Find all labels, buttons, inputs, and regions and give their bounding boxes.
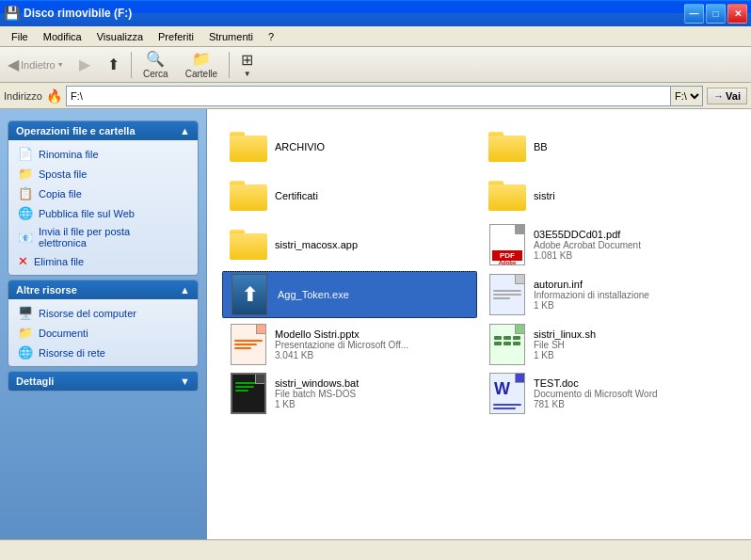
address-dropdown[interactable]: F:\: [670, 86, 703, 106]
file-item-sistri-macosx[interactable]: sistri_macosx.app: [222, 222, 477, 267]
file-item-pdf1[interactable]: PDF Adobe 03E55DDCd01.pdf Adobe Acrobat …: [481, 222, 736, 267]
menu-strumenti[interactable]: Strumenti: [201, 29, 261, 44]
file-info-sistri-linux: sistri_linux.sh File SH 1 KB: [534, 328, 596, 360]
left-panel: Operazioni file e cartella ▲ 📄 Rinomina …: [0, 109, 207, 539]
computer-label: Risorse del computer: [39, 308, 136, 319]
file-name-modello: Modello Sistri.pptx: [275, 328, 408, 340]
maximize-button[interactable]: □: [706, 4, 726, 24]
forward-arrow-icon: ▶: [79, 56, 90, 73]
file-item-autorun[interactable]: autorun.inf Informazioni di installazion…: [481, 271, 736, 318]
panel-dettagli-header[interactable]: Dettagli ▼: [8, 372, 198, 391]
file-item-archivio[interactable]: ARCHIVIO: [222, 124, 477, 169]
link-rete[interactable]: 🌐 Risorse di rete: [8, 343, 198, 362]
pubblica-label: Pubblica file sul Web: [39, 208, 135, 219]
file-info-pdf1: 03E55DDCd01.pdf Adobe Acrobat Document 1…: [534, 229, 641, 261]
link-copia[interactable]: 📋 Copia file: [8, 184, 198, 203]
copia-label: Copia file: [39, 188, 82, 200]
file-detail-modello: Presentazione di Microsoft Off...: [275, 340, 408, 350]
file-item-agg-token[interactable]: ⬆ Agg_Token.exe: [222, 271, 477, 318]
pubblica-icon: 🌐: [18, 206, 33, 220]
folder-icon-sistri: [488, 177, 526, 215]
file-item-test-doc[interactable]: W TEST.doc Documento di Microsoft Word 7…: [481, 371, 736, 416]
views-button[interactable]: ⊞ ▼: [233, 49, 261, 81]
file-item-certificati[interactable]: Certificati: [222, 173, 477, 218]
main-area: Operazioni file e cartella ▲ 📄 Rinomina …: [0, 109, 751, 539]
menu-preferiti[interactable]: Preferiti: [151, 29, 201, 44]
toolbar-separator-2: [229, 52, 230, 78]
file-info-archivio: ARCHIVIO: [275, 141, 325, 152]
go-button[interactable]: → Vai: [707, 88, 747, 104]
file-size-autorun: 1 KB: [534, 300, 649, 311]
link-elimina[interactable]: ✕ Elimina file: [8, 251, 198, 271]
file-name-autorun: autorun.inf: [534, 279, 649, 290]
file-info-bb: BB: [534, 141, 548, 152]
folders-icon: 📁: [192, 50, 211, 68]
back-button[interactable]: ◀ Indietro ▼: [4, 54, 70, 75]
documenti-label: Documenti: [39, 328, 88, 339]
file-item-sistri[interactable]: sistri: [481, 173, 736, 218]
file-info-modello: Modello Sistri.pptx Presentazione di Mic…: [275, 328, 408, 360]
toolbar-separator-1: [131, 52, 132, 78]
link-computer[interactable]: 🖥️ Risorse del computer: [8, 303, 198, 323]
close-button[interactable]: ✕: [727, 4, 747, 24]
menu-modifica[interactable]: Modifica: [36, 29, 89, 44]
panel-operazioni: Operazioni file e cartella ▲ 📄 Rinomina …: [8, 120, 199, 276]
up-button[interactable]: ⬆: [100, 54, 127, 75]
panel-dettagli-title: Dettagli: [16, 376, 54, 387]
link-rinomina[interactable]: 📄 Rinomina file: [8, 144, 198, 164]
file-info-certificati: Certificati: [275, 190, 318, 201]
address-value: F:\: [71, 90, 83, 102]
sposta-icon: 📁: [18, 167, 33, 181]
window-title: Disco rimovibile (F:): [24, 7, 684, 20]
file-name-bb: BB: [534, 141, 548, 152]
panel-altre-title: Altre risorse: [16, 284, 77, 296]
invia-label: Invia il file per postaelettronica: [39, 226, 130, 248]
file-item-modello[interactable]: Modello Sistri.pptx Presentazione di Mic…: [222, 322, 477, 367]
menu-visualizza[interactable]: Visualizza: [89, 29, 151, 44]
folder-icon-bb: [488, 128, 526, 166]
file-item-sistri-windows[interactable]: sistri_windows.bat File batch MS-DOS 1 K…: [222, 371, 477, 416]
link-documenti[interactable]: 📁 Documenti: [8, 323, 198, 343]
search-button[interactable]: 🔍 Cerca: [136, 49, 176, 81]
file-size-sistri-windows: 1 KB: [275, 399, 359, 409]
file-detail-autorun: Informazioni di installazione: [534, 290, 649, 300]
file-name-sistri-macosx: sistri_macosx.app: [275, 239, 358, 250]
panel-altre-collapse-icon: ▲: [180, 284, 190, 296]
link-invia[interactable]: 📧 Invia il file per postaelettronica: [8, 223, 198, 251]
address-input[interactable]: F:\: [66, 86, 671, 106]
panel-dettagli-collapse-icon: ▼: [180, 376, 190, 387]
folders-button[interactable]: 📁 Cartelle: [178, 49, 225, 81]
search-label: Cerca: [143, 69, 168, 79]
copia-icon: 📋: [18, 186, 33, 200]
pptx-icon-modello: [230, 326, 267, 363]
rinomina-icon: 📄: [18, 147, 33, 161]
panel-operazioni-header[interactable]: Operazioni file e cartella ▲: [8, 121, 198, 140]
window-icon: 💾: [4, 6, 20, 21]
back-label: Indietro: [21, 59, 56, 71]
elimina-icon: ✕: [18, 254, 28, 268]
doc-icon-test: W: [488, 375, 526, 412]
panel-altre-header[interactable]: Altre risorse ▲: [8, 280, 198, 299]
menu-help[interactable]: ?: [261, 29, 281, 44]
file-item-bb[interactable]: BB: [481, 124, 736, 169]
up-arrow-icon: ⬆: [107, 56, 120, 73]
folder-icon-archivio: [230, 128, 267, 166]
menu-file[interactable]: File: [4, 29, 36, 44]
rinomina-label: Rinomina file: [39, 149, 99, 160]
status-bar: [0, 539, 751, 560]
link-sposta[interactable]: 📁 Sposta file: [8, 164, 198, 184]
computer-icon: 🖥️: [18, 306, 33, 320]
invia-icon: 📧: [18, 231, 33, 245]
file-name-sistri-windows: sistri_windows.bat: [275, 377, 359, 389]
minimize-button[interactable]: —: [684, 4, 704, 24]
panel-dettagli: Dettagli ▼: [8, 371, 199, 392]
file-size-pdf1: 1.081 KB: [534, 250, 641, 261]
address-bar: Indirizzo 🔥 F:\ F:\ → Vai: [0, 83, 751, 109]
file-item-sistri-linux[interactable]: sistri_linux.sh File SH 1 KB: [481, 322, 736, 367]
file-info-test-doc: TEST.doc Documento di Microsoft Word 781…: [534, 377, 658, 409]
menu-bar: File Modifica Visualizza Preferiti Strum…: [0, 26, 751, 47]
panel-operazioni-collapse-icon: ▲: [180, 125, 190, 136]
link-pubblica[interactable]: 🌐 Pubblica file sul Web: [8, 203, 198, 223]
forward-button[interactable]: ▶: [72, 54, 98, 75]
rete-icon: 🌐: [18, 345, 33, 360]
